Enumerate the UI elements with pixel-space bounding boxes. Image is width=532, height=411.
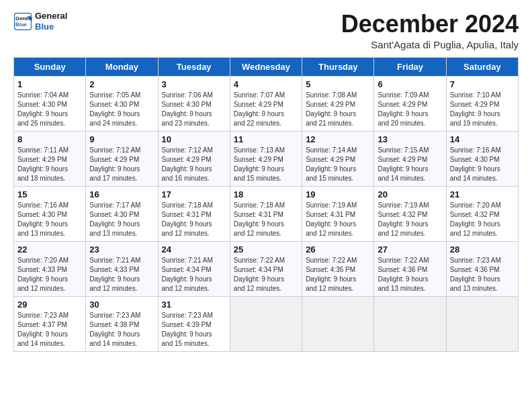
day-number: 30 [89,300,154,310]
calendar-cell: 31Sunrise: 7:23 AM Sunset: 4:39 PM Dayli… [158,296,230,351]
day-info: Sunrise: 7:04 AM Sunset: 4:30 PM Dayligh… [17,91,82,128]
calendar-cell: 10Sunrise: 7:12 AM Sunset: 4:29 PM Dayli… [158,131,230,186]
day-info: Sunrise: 7:15 AM Sunset: 4:29 PM Dayligh… [378,146,442,183]
weekday-header-monday: Monday [86,57,158,76]
day-number: 1 [17,79,82,89]
calendar-cell: 11Sunrise: 7:13 AM Sunset: 4:29 PM Dayli… [230,131,302,186]
day-info: Sunrise: 7:22 AM Sunset: 4:36 PM Dayligh… [378,256,442,293]
calendar-cell [302,296,374,351]
calendar-cell: 8Sunrise: 7:11 AM Sunset: 4:29 PM Daylig… [14,131,86,186]
week-row-4: 22Sunrise: 7:20 AM Sunset: 4:33 PM Dayli… [14,241,519,296]
day-info: Sunrise: 7:23 AM Sunset: 4:36 PM Dayligh… [450,256,515,293]
day-info: Sunrise: 7:20 AM Sunset: 4:32 PM Dayligh… [450,201,515,238]
day-number: 2 [89,79,154,89]
day-info: Sunrise: 7:08 AM Sunset: 4:29 PM Dayligh… [306,91,370,128]
calendar-cell: 6Sunrise: 7:09 AM Sunset: 4:29 PM Daylig… [374,76,446,131]
weekday-header-wednesday: Wednesday [230,57,302,76]
calendar-cell: 22Sunrise: 7:20 AM Sunset: 4:33 PM Dayli… [14,241,86,296]
header: General Blue General Blue December 2024 … [13,11,519,50]
day-number: 22 [17,244,82,255]
day-number: 16 [89,189,154,199]
calendar-cell: 25Sunrise: 7:22 AM Sunset: 4:34 PM Dayli… [230,241,302,296]
day-number: 23 [89,244,154,255]
calendar-cell: 26Sunrise: 7:22 AM Sunset: 4:35 PM Dayli… [302,241,374,296]
weekday-header-thursday: Thursday [302,57,374,76]
day-info: Sunrise: 7:05 AM Sunset: 4:30 PM Dayligh… [89,91,154,128]
day-info: Sunrise: 7:16 AM Sunset: 4:30 PM Dayligh… [450,146,515,183]
calendar-cell: 27Sunrise: 7:22 AM Sunset: 4:36 PM Dayli… [374,241,446,296]
day-number: 17 [162,189,226,199]
day-number: 6 [378,79,442,89]
week-row-1: 1Sunrise: 7:04 AM Sunset: 4:30 PM Daylig… [14,76,519,131]
week-row-5: 29Sunrise: 7:23 AM Sunset: 4:37 PM Dayli… [14,296,519,351]
day-info: Sunrise: 7:21 AM Sunset: 4:33 PM Dayligh… [89,256,154,293]
day-info: Sunrise: 7:23 AM Sunset: 4:39 PM Dayligh… [162,311,226,349]
day-number: 21 [450,189,515,199]
day-number: 20 [378,189,442,199]
day-info: Sunrise: 7:19 AM Sunset: 4:31 PM Dayligh… [306,201,370,238]
calendar-cell: 2Sunrise: 7:05 AM Sunset: 4:30 PM Daylig… [86,76,158,131]
calendar-cell: 20Sunrise: 7:19 AM Sunset: 4:32 PM Dayli… [374,186,446,241]
calendar-cell: 15Sunrise: 7:16 AM Sunset: 4:30 PM Dayli… [14,186,86,241]
day-info: Sunrise: 7:10 AM Sunset: 4:29 PM Dayligh… [450,91,515,128]
calendar-cell [230,296,302,351]
calendar-cell: 28Sunrise: 7:23 AM Sunset: 4:36 PM Dayli… [446,241,518,296]
day-number: 15 [17,189,82,199]
logo-line1: General [35,11,67,21]
day-number: 18 [234,189,298,199]
calendar-cell: 5Sunrise: 7:08 AM Sunset: 4:29 PM Daylig… [302,76,374,131]
day-info: Sunrise: 7:14 AM Sunset: 4:29 PM Dayligh… [306,146,370,183]
calendar-cell: 19Sunrise: 7:19 AM Sunset: 4:31 PM Dayli… [302,186,374,241]
day-info: Sunrise: 7:22 AM Sunset: 4:34 PM Dayligh… [234,256,298,293]
day-info: Sunrise: 7:18 AM Sunset: 4:31 PM Dayligh… [162,201,226,238]
day-info: Sunrise: 7:20 AM Sunset: 4:33 PM Dayligh… [17,256,82,293]
calendar-cell [374,296,446,351]
day-info: Sunrise: 7:23 AM Sunset: 4:37 PM Dayligh… [17,311,82,349]
calendar-cell: 24Sunrise: 7:21 AM Sunset: 4:34 PM Dayli… [158,241,230,296]
weekday-header-saturday: Saturday [446,57,518,76]
calendar-cell: 29Sunrise: 7:23 AM Sunset: 4:37 PM Dayli… [14,296,86,351]
day-info: Sunrise: 7:23 AM Sunset: 4:38 PM Dayligh… [89,311,154,349]
day-number: 12 [306,134,370,144]
day-info: Sunrise: 7:12 AM Sunset: 4:29 PM Dayligh… [162,146,226,183]
title-block: December 2024 Sant'Agata di Puglia, Apul… [341,11,519,50]
logo-icon: General Blue [13,12,32,31]
day-number: 25 [234,244,298,255]
day-number: 31 [162,300,226,310]
calendar-title: December 2024 [341,11,519,38]
weekday-header-tuesday: Tuesday [158,57,230,76]
calendar-cell: 13Sunrise: 7:15 AM Sunset: 4:29 PM Dayli… [374,131,446,186]
day-info: Sunrise: 7:13 AM Sunset: 4:29 PM Dayligh… [234,146,298,183]
day-info: Sunrise: 7:18 AM Sunset: 4:31 PM Dayligh… [234,201,298,238]
logo-line2: Blue [35,21,67,32]
calendar-cell: 23Sunrise: 7:21 AM Sunset: 4:33 PM Dayli… [86,241,158,296]
day-info: Sunrise: 7:21 AM Sunset: 4:34 PM Dayligh… [162,256,226,293]
day-number: 19 [306,189,370,199]
calendar-cell: 1Sunrise: 7:04 AM Sunset: 4:30 PM Daylig… [14,76,86,131]
day-number: 10 [162,134,226,144]
calendar-cell: 21Sunrise: 7:20 AM Sunset: 4:32 PM Dayli… [446,186,518,241]
day-number: 4 [234,79,298,89]
day-number: 29 [17,300,82,310]
day-number: 11 [234,134,298,144]
calendar-cell: 18Sunrise: 7:18 AM Sunset: 4:31 PM Dayli… [230,186,302,241]
calendar-subtitle: Sant'Agata di Puglia, Apulia, Italy [341,39,519,50]
calendar-cell: 16Sunrise: 7:17 AM Sunset: 4:30 PM Dayli… [86,186,158,241]
calendar-cell: 4Sunrise: 7:07 AM Sunset: 4:29 PM Daylig… [230,76,302,131]
day-number: 13 [378,134,442,144]
day-number: 27 [378,244,442,255]
day-info: Sunrise: 7:22 AM Sunset: 4:35 PM Dayligh… [306,256,370,293]
day-number: 14 [450,134,515,144]
day-info: Sunrise: 7:07 AM Sunset: 4:29 PM Dayligh… [234,91,298,128]
day-number: 3 [162,79,226,89]
day-number: 28 [450,244,515,255]
calendar-cell: 30Sunrise: 7:23 AM Sunset: 4:38 PM Dayli… [86,296,158,351]
day-number: 24 [162,244,226,255]
day-info: Sunrise: 7:19 AM Sunset: 4:32 PM Dayligh… [378,201,442,238]
day-info: Sunrise: 7:09 AM Sunset: 4:29 PM Dayligh… [378,91,442,128]
day-number: 9 [89,134,154,144]
day-number: 7 [450,79,515,89]
weekday-header-sunday: Sunday [14,57,86,76]
weekday-header-row: SundayMondayTuesdayWednesdayThursdayFrid… [14,57,519,76]
svg-text:Blue: Blue [15,21,28,28]
